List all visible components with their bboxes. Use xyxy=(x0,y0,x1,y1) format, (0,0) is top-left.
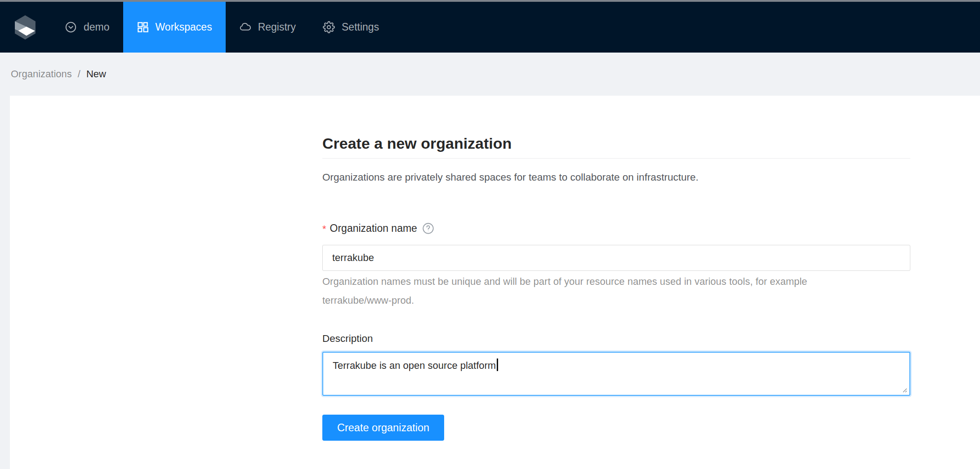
down-circle-icon xyxy=(65,21,77,33)
org-name-help-text: Organization names must be unique and wi… xyxy=(322,272,910,310)
breadcrumb: Organizations / New xyxy=(0,53,980,96)
nav-item-settings[interactable]: Settings xyxy=(309,2,392,53)
terrakube-logo-icon xyxy=(13,14,38,40)
breadcrumb-current-new: New xyxy=(86,68,106,80)
org-name-help-line2: terrakube/www-prod. xyxy=(322,291,910,310)
page-subtitle: Organizations are privately shared space… xyxy=(322,171,910,184)
org-name-help-line1: Organization names must be unique and wi… xyxy=(322,272,910,291)
nav-item-label: Registry xyxy=(258,21,296,33)
nav-item-registry[interactable]: Registry xyxy=(226,2,309,53)
description-label: Description xyxy=(322,332,910,345)
description-textarea[interactable]: Terrakube is an open source platform xyxy=(322,352,910,396)
content-card: Create a new organization Organizations … xyxy=(10,96,980,469)
registry-cloud-icon xyxy=(239,21,251,33)
nav-item-label: Settings xyxy=(342,21,379,33)
nav-item-workspaces[interactable]: Workspaces xyxy=(123,2,226,53)
text-caret xyxy=(497,358,498,371)
organization-name-input[interactable] xyxy=(322,245,910,271)
nav-item-label: Workspaces xyxy=(156,21,212,33)
terrakube-logo[interactable] xyxy=(0,2,51,53)
breadcrumb-organizations[interactable]: Organizations xyxy=(11,68,72,80)
org-selector-label: demo xyxy=(84,21,110,33)
org-selector-demo[interactable]: demo xyxy=(51,2,123,53)
main-nav: demo Workspaces Registry Settings xyxy=(51,2,392,53)
settings-gear-icon xyxy=(323,21,335,33)
page-title: Create a new organization xyxy=(322,134,910,159)
create-organization-form: Create a new organization Organizations … xyxy=(322,96,910,441)
workspaces-grid-icon xyxy=(137,21,149,33)
org-name-label-row: * Organization name xyxy=(322,221,910,235)
create-organization-button[interactable]: Create organization xyxy=(322,415,444,441)
required-asterisk: * xyxy=(322,223,326,235)
description-value: Terrakube is an open source platform xyxy=(333,360,496,371)
breadcrumb-separator: / xyxy=(78,68,80,80)
top-navbar: demo Workspaces Registry Settings xyxy=(0,2,980,53)
resize-handle-icon[interactable] xyxy=(901,386,908,394)
org-name-label: Organization name xyxy=(330,222,417,234)
question-circle-icon[interactable] xyxy=(422,222,434,234)
